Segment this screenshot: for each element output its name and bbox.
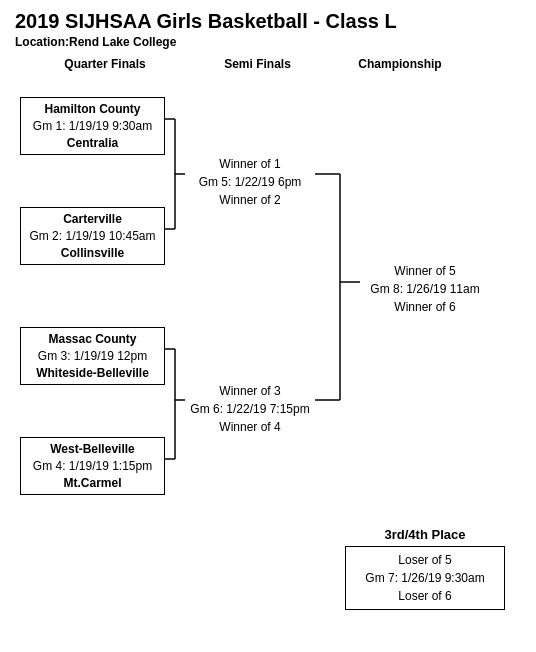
qf2-game-info: Gm 2: 1/19/19 10:45am	[25, 228, 160, 245]
bracket-header: Quarter Finals Semi Finals Championship	[15, 57, 521, 71]
qf4-team-top: West-Belleville	[25, 441, 160, 458]
ch-winner-top: Winner of 5	[360, 262, 490, 280]
sf-game-1: Winner of 1 Gm 5: 1/22/19 6pm Winner of …	[185, 155, 315, 209]
third-loser-bot: Loser of 6	[350, 587, 500, 605]
sf1-winner-top: Winner of 1	[185, 155, 315, 173]
qf3-team-bottom: Whiteside-Belleville	[25, 365, 160, 382]
championship-game: Winner of 5 Gm 8: 1/26/19 11am Winner of…	[360, 262, 490, 316]
sf2-winner-bot: Winner of 4	[185, 418, 315, 436]
third-loser-top: Loser of 5	[350, 551, 500, 569]
qf-game-1: Hamilton County Gm 1: 1/19/19 9:30am Cen…	[20, 97, 165, 155]
header-qf: Quarter Finals	[25, 57, 185, 71]
qf-game-2: Carterville Gm 2: 1/19/19 10:45am Collin…	[20, 207, 165, 265]
qf1-game-info: Gm 1: 1/19/19 9:30am	[25, 118, 160, 135]
qf2-team-bottom: Collinsville	[25, 245, 160, 262]
qf2-team-top: Carterville	[25, 211, 160, 228]
qf1-team-top: Hamilton County	[25, 101, 160, 118]
qf-game-3: Massac County Gm 3: 1/19/19 12pm Whitesi…	[20, 327, 165, 385]
location-label: Location:	[15, 35, 69, 49]
third-place-title: 3rd/4th Place	[345, 527, 505, 542]
qf3-team-top: Massac County	[25, 331, 160, 348]
ch-winner-bot: Winner of 6	[360, 298, 490, 316]
sf2-game-info: Gm 6: 1/22/19 7:15pm	[185, 400, 315, 418]
qf-game-4: West-Belleville Gm 4: 1/19/19 1:15pm Mt.…	[20, 437, 165, 495]
qf1-team-bottom: Centralia	[25, 135, 160, 152]
qf4-team-bottom: Mt.Carmel	[25, 475, 160, 492]
sf2-winner-top: Winner of 3	[185, 382, 315, 400]
location-line: Location:Rend Lake College	[15, 35, 521, 49]
ch-game-info: Gm 8: 1/26/19 11am	[360, 280, 490, 298]
header-ch: Championship	[330, 57, 470, 71]
page-title: 2019 SIJHSAA Girls Basketball - Class L	[15, 10, 521, 33]
sf1-winner-bot: Winner of 2	[185, 191, 315, 209]
qf4-game-info: Gm 4: 1/19/19 1:15pm	[25, 458, 160, 475]
third-place-section: 3rd/4th Place Loser of 5 Gm 7: 1/26/19 9…	[345, 527, 505, 610]
header-sf: Semi Finals	[185, 57, 330, 71]
qf3-game-info: Gm 3: 1/19/19 12pm	[25, 348, 160, 365]
sf-game-2: Winner of 3 Gm 6: 1/22/19 7:15pm Winner …	[185, 382, 315, 436]
third-game-info: Gm 7: 1/26/19 9:30am	[350, 569, 500, 587]
third-place-box: Loser of 5 Gm 7: 1/26/19 9:30am Loser of…	[345, 546, 505, 610]
bracket-area: Hamilton County Gm 1: 1/19/19 9:30am Cen…	[20, 77, 530, 507]
location-value: Rend Lake College	[69, 35, 176, 49]
sf1-game-info: Gm 5: 1/22/19 6pm	[185, 173, 315, 191]
